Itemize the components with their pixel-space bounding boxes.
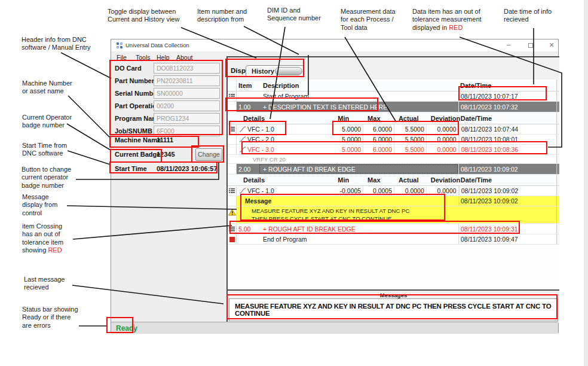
- actual-value: 5.5000: [394, 135, 427, 144]
- col-details: Details: [237, 112, 333, 124]
- maximize-button[interactable]: [522, 39, 540, 51]
- actual-value: 5.5000: [394, 124, 427, 134]
- pointer-start-time: [68, 151, 110, 164]
- col-deviation: Deviation: [427, 112, 459, 124]
- callout-message-display: Messagedisplay fromcontrol: [22, 193, 57, 217]
- col-actual: Actual: [394, 175, 427, 185]
- note-row: VRFY CR 20: [228, 155, 559, 164]
- field-row: Program Name: [111, 113, 225, 125]
- field-row: DO Card: [111, 63, 225, 75]
- last-message-box[interactable]: MEASURE FEATURE XYZ AND KEY IN RESULT AT…: [229, 298, 558, 321]
- callout-dim-id: DIM ID andSequence number: [267, 7, 321, 23]
- stop-square-icon: [229, 237, 235, 242]
- col-min: Min: [333, 112, 363, 124]
- minimize-button[interactable]: –: [500, 39, 517, 51]
- menu-file[interactable]: File: [114, 53, 129, 62]
- menu-about[interactable]: About: [174, 53, 195, 62]
- message-row[interactable]: Message 08/11/2023 10:09:02: [228, 196, 559, 206]
- callout-item-number: Item number anddescription from: [197, 8, 247, 24]
- list-icon[interactable]: [229, 227, 235, 231]
- deviation-value: 0.0000: [427, 186, 459, 196]
- max-value: 6.0000: [363, 145, 394, 154]
- row-description: Start of Program: [259, 92, 458, 101]
- machine-name-row: Machine Name 11111: [111, 135, 225, 147]
- callout-measurement-data: Measurement datafor each Process /Tool d…: [341, 8, 396, 32]
- group-description: + DESCRIPTION TEXT IS ENTERED HERE: [259, 102, 458, 112]
- message-text: MEASURE FEATURE XYZ AND KEY IN RESULT AT…: [237, 206, 556, 223]
- table-row[interactable]: Start of Program 08/11/2023 10:07:17: [228, 92, 559, 102]
- detail-row[interactable]: VFC - 2.0 5.0000 6.0000 5.5000 0.0000 08…: [228, 135, 559, 145]
- start-time-row: Start Time 08/11/2023 10:06:57: [111, 163, 225, 175]
- row-datetime: 08/11/2023 10:07:44: [459, 124, 556, 134]
- menu-tools[interactable]: Tools: [133, 53, 153, 62]
- max-value: 0.0005: [363, 186, 394, 196]
- col-min: Min: [333, 175, 363, 185]
- history-toggle[interactable]: History: [246, 65, 304, 77]
- field-label: Part Number: [115, 77, 154, 84]
- list-icon[interactable]: [229, 94, 235, 99]
- group-row-1[interactable]: 1.00 + DESCRIPTION TEXT IS ENTERED HERE …: [228, 102, 559, 112]
- field-row: Part Operation: [111, 100, 225, 112]
- dimension-icon: [239, 136, 246, 142]
- detail-row[interactable]: VFC - 1.0 5.0000 6.0000 5.5000 0.0000 08…: [228, 124, 559, 135]
- table-empty-area: [228, 245, 559, 289]
- callout-last-message: Last messagerecieved: [24, 276, 65, 292]
- detail-name: VFC - 1.0: [247, 126, 274, 133]
- callout-status-bar: Status bar showingReady or if thereare e…: [22, 306, 78, 330]
- detail-row-out-of-tolerance[interactable]: VFC - 3.0 5.0000 6.0000 5.5000 0.0000 08…: [228, 145, 559, 155]
- status-separator: [134, 324, 134, 332]
- message-title: Message: [237, 196, 458, 206]
- table-header-row: Item Description Date/Time: [228, 80, 559, 92]
- messages-label: Messages: [228, 292, 559, 298]
- program-name-input[interactable]: [154, 113, 220, 124]
- group-datetime: 08/11/2023 10:07:32: [458, 102, 556, 112]
- change-badge-button[interactable]: Change: [195, 148, 222, 161]
- serial-number-input[interactable]: [154, 88, 220, 99]
- group-description: + ROUGH AFT ID BREAK EDGE: [259, 224, 458, 234]
- callout-current-operator: Current Operatorbadge number: [22, 114, 72, 130]
- pointer-current-operator: [67, 124, 111, 150]
- menu-help[interactable]: Help: [154, 53, 172, 62]
- group-row-5-out-of-tolerance[interactable]: 5.00 + ROUGH AFT ID BREAK EDGE 08/11/202…: [228, 224, 559, 234]
- max-value: 6.0000: [363, 124, 394, 134]
- max-value: 6.0000: [363, 135, 394, 144]
- detail-row[interactable]: VFC - 1.0 -0.0005 0.0005 0.0000 0.0000 0…: [228, 186, 559, 196]
- machine-name-value: 11111: [157, 136, 173, 144]
- min-value: 5.0000: [333, 124, 363, 134]
- actual-value: 0.0000: [394, 186, 427, 196]
- min-value: 5.0000: [333, 135, 363, 144]
- col-deviation: Deviation: [427, 175, 459, 185]
- pointer-header-info: [61, 53, 111, 78]
- detail-header-row: Details Min Max Actual Deviation Date/Ti…: [228, 112, 559, 124]
- data-table: Item Description Date/Time Start of Prog…: [228, 80, 559, 289]
- list-icon[interactable]: [229, 127, 235, 132]
- callout-date-time: Date time of inforecieved: [504, 8, 552, 24]
- part-number-input[interactable]: [154, 75, 220, 86]
- group-row-2[interactable]: 2.00 + ROUGH AFT ID BREAK EDGE 08/11/202…: [228, 164, 559, 175]
- pointer-machine-number: [68, 96, 111, 138]
- list-icon[interactable]: [229, 188, 235, 193]
- machine-name-label: Machine Name: [115, 136, 161, 144]
- close-button[interactable]: ✕: [543, 39, 561, 51]
- message-body-row: MEASURE FEATURE XYZ AND KEY IN RESULT AT…: [228, 206, 559, 224]
- deviation-value: 0.0000: [427, 124, 459, 134]
- row-datetime: 08/11/2023 10:09:47: [458, 234, 556, 244]
- documentation-page: Universal Data Collection – ✕ File Tools…: [0, 0, 588, 366]
- detail-name: VFC - 1.0: [247, 187, 274, 194]
- warning-icon: [228, 209, 236, 216]
- callout-out-of-tolerance: Data item has an out of tolerance measur…: [412, 8, 482, 32]
- callout-machine-number: Machine Numberor asset name: [22, 80, 72, 96]
- group-item: 2.00: [237, 164, 259, 174]
- min-value: 5.0000: [333, 145, 363, 154]
- table-row[interactable]: End of Program 08/11/2023 10:09:47: [228, 234, 559, 245]
- actual-value: 5.5000: [394, 145, 427, 154]
- field-row: Part Number: [111, 75, 225, 87]
- part-operation-input[interactable]: [154, 100, 220, 111]
- maximize-icon: [528, 43, 533, 48]
- data-panel: Display History Item Description Date/Ti…: [226, 56, 559, 322]
- dimension-icon: [239, 147, 246, 152]
- col-datetime: Date/Time: [459, 175, 556, 185]
- do-card-input[interactable]: [154, 63, 220, 74]
- col-details: Details: [237, 175, 333, 185]
- min-value: -0.0005: [333, 186, 363, 196]
